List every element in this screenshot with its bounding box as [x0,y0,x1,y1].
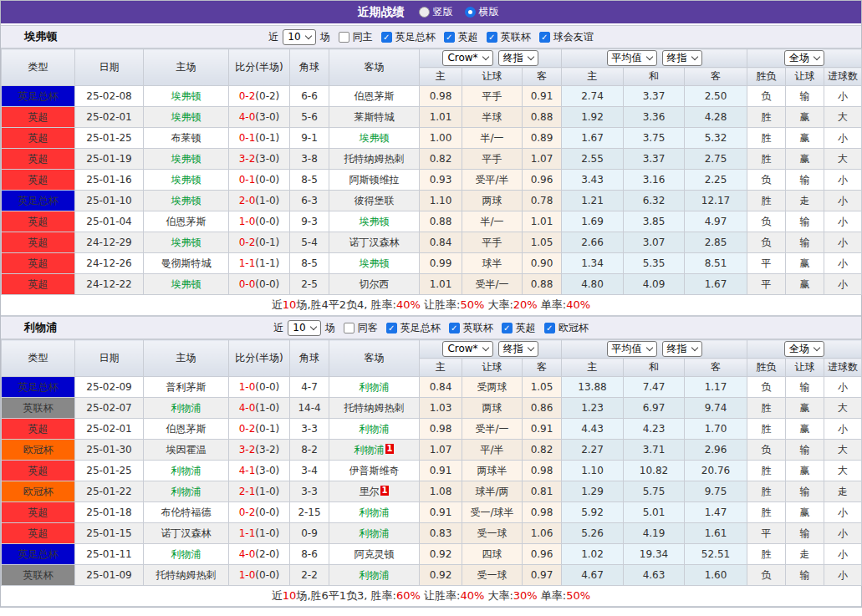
avg-draw-odds: 3.75 [624,128,685,149]
home-team[interactable]: 埃弗顿 [171,111,201,123]
home-team[interactable]: 埃弗顿 [171,174,201,186]
away-team[interactable]: 利物浦 [360,569,390,581]
corners-cell: 6-3 [290,191,329,211]
avg-provider-select[interactable]: 平均值 [607,50,657,66]
chevron-down-icon [645,344,652,351]
away-team[interactable]: 托特纳姆热刺 [344,153,405,165]
home-team[interactable]: 托特纳姆热刺 [156,569,217,581]
away-team-cell: 阿斯顿维拉 [329,170,420,191]
home-team[interactable]: 布伦特福德 [161,507,212,518]
away-team[interactable]: 利物浦 [360,527,390,539]
away-team[interactable]: 利物浦 [354,444,385,456]
handicap-line: 受一球 [462,523,523,544]
away-team[interactable]: 利物浦 [360,423,390,435]
away-team[interactable]: 利物浦 [360,381,390,393]
odds-time-select[interactable]: 终指 [498,341,538,357]
away-team[interactable]: 埃弗顿 [360,132,390,144]
home-team[interactable]: 埃弗顿 [171,195,201,206]
away-team[interactable]: 里尔 [360,486,380,497]
home-team[interactable]: 利物浦 [171,465,201,476]
league-filter-checkbox[interactable]: ✓ [544,323,555,333]
away-team[interactable]: 利物浦 [360,507,390,518]
away-team[interactable]: 埃弗顿 [360,216,390,227]
avg-away-odds: 4.28 [685,107,747,128]
away-team[interactable]: 托特纳姆热刺 [344,402,405,414]
league-filter-checkbox[interactable]: ✓ [449,323,460,333]
league-filter-checkbox[interactable]: ✓ [386,323,397,333]
handicap-home-odds: 0.91 [420,461,462,481]
away-team-cell: 埃弗顿 [329,128,420,149]
home-team[interactable]: 诺丁汉森林 [161,527,212,539]
matches-count-select[interactable]: 10 [283,29,315,45]
home-team[interactable]: 利物浦 [171,548,201,560]
home-team[interactable]: 埃弗顿 [171,237,201,248]
away-team[interactable]: 切尔西 [360,278,390,290]
league-filter-checkbox[interactable]: ✓ [444,32,455,43]
away-team-cell: 里尔1 [329,481,420,502]
avg-provider-select[interactable]: 平均值 [607,341,657,357]
away-team[interactable]: 阿克灵顿 [354,548,395,560]
handicap-line: 两球 [462,398,523,419]
horizontal-layout-radio[interactable]: 横版 [465,5,499,19]
result-handicap: 赢 [786,253,824,274]
avg-time-select[interactable]: 终指 [662,341,702,357]
matches-count-select[interactable]: 10 [288,320,320,336]
league-filter-checkbox[interactable]: ✓ [487,32,497,43]
away-team[interactable]: 莱斯特城 [354,111,395,123]
score-cell: 4-0(1-0) [229,398,290,419]
odds-time-select[interactable]: 终指 [498,50,538,66]
match-date: 25-01-16 [75,170,144,191]
away-team-cell: 利物浦 [329,377,420,398]
odds-provider-select[interactable]: Crow* [442,341,492,357]
home-team[interactable]: 普利茅斯 [166,381,207,393]
league-filter-checkbox[interactable]: ✓ [381,32,392,43]
result-outcome: 胜 [747,128,786,149]
match-row: 英足总杯25-01-10埃弗顿2-0(1-0)6-3彼得堡联1.10两球0.78… [2,191,862,211]
scope-select[interactable]: 全场 [784,50,824,66]
away-team[interactable]: 彼得堡联 [354,195,395,206]
column-header: 类型 [2,49,75,86]
home-team[interactable]: 埃弗顿 [171,278,201,290]
home-team[interactable]: 埃弗顿 [171,90,201,102]
vertical-layout-radio[interactable]: 竖版 [419,5,453,19]
home-team[interactable]: 利物浦 [171,402,201,414]
avg-time-select[interactable]: 终指 [662,50,702,66]
home-team[interactable]: 伯恩茅斯 [166,423,207,435]
home-team[interactable]: 利物浦 [171,486,201,497]
matches-count-select-value: 10 [293,322,305,333]
score-cell: 0-2(0-1) [229,232,290,253]
away-team[interactable]: 埃弗顿 [360,257,390,269]
away-team-cell: 伊普斯维奇 [329,461,420,481]
home-team[interactable]: 伯恩茅斯 [166,216,207,227]
scope-select[interactable]: 全场 [784,341,824,357]
away-team[interactable]: 诺丁汉森林 [349,237,400,248]
handicap-home-odds: 1.10 [420,191,462,211]
away-team[interactable]: 伯恩茅斯 [354,90,395,102]
away-team[interactable]: 阿斯顿维拉 [349,174,400,186]
match-row: 英超25-01-18布伦特福德0-2(0-0)2-15利物浦0.91受一/球半0… [2,502,862,523]
league-filter-checkbox[interactable]: ✓ [502,323,513,333]
handicap-line: 球半/两 [462,481,523,502]
handicap-line: 受一/球半 [462,502,523,523]
league-filter-checkbox[interactable]: ✓ [539,32,550,43]
home-team[interactable]: 埃弗顿 [171,153,201,165]
home-team[interactable]: 曼彻斯特城 [161,257,212,269]
avg-home-odds: 1.69 [562,211,624,232]
odds-provider-select[interactable]: Crow* [442,50,492,66]
avg-away-odds: 2.85 [685,232,747,253]
league-filter-label: 英超 [458,30,478,44]
same-venue-checkbox[interactable] [344,323,354,333]
chevron-down-icon [691,53,697,60]
away-team[interactable]: 伊普斯维奇 [349,465,400,476]
avg-draw-odds: 4.23 [624,419,685,440]
same-venue-checkbox[interactable] [339,32,349,43]
home-team[interactable]: 埃因霍温 [166,444,207,456]
home-team-cell: 布伦特福德 [144,502,229,523]
league-filter-label: 英足总杯 [395,30,436,44]
home-team[interactable]: 布莱顿 [171,132,201,144]
match-row: 英超24-12-26曼彻斯特城1-1(1-1)8-5埃弗顿0.99球半0.901… [2,253,862,274]
league-badge: 英超 [2,253,75,274]
full-time-score: 2-1 [239,486,256,497]
full-time-score: 1-1 [239,527,256,539]
handicap-away-odds: 0.81 [523,481,562,502]
